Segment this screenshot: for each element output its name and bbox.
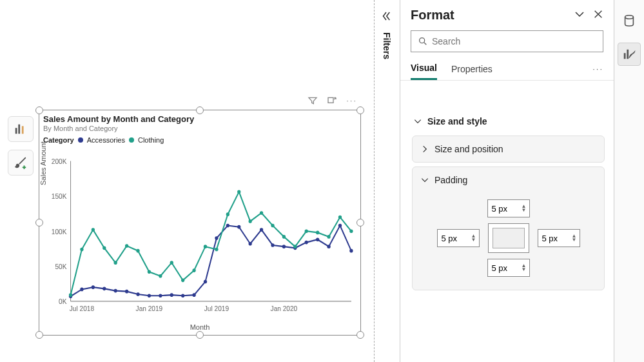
svg-point-65 bbox=[625, 15, 634, 19]
svg-point-40 bbox=[92, 228, 95, 232]
format-search[interactable] bbox=[411, 30, 603, 52]
svg-point-48 bbox=[181, 278, 184, 282]
svg-point-61 bbox=[327, 235, 330, 239]
report-canvas[interactable]: ··· Sales Amount by Month and Category B… bbox=[0, 0, 374, 362]
svg-point-46 bbox=[159, 274, 162, 278]
svg-point-45 bbox=[148, 270, 151, 274]
more-icon[interactable]: ··· bbox=[346, 96, 357, 108]
x-axis-label: Month bbox=[43, 323, 356, 331]
search-icon bbox=[418, 36, 428, 46]
filters-label: Filters bbox=[382, 32, 392, 59]
svg-point-64 bbox=[420, 38, 425, 43]
svg-point-24 bbox=[204, 280, 207, 284]
svg-point-18 bbox=[136, 292, 139, 296]
svg-point-25 bbox=[215, 236, 218, 240]
svg-text:200K: 200K bbox=[52, 157, 67, 165]
stepper-arrows-icon[interactable]: ▲▼ bbox=[471, 234, 476, 242]
chevron-down-icon bbox=[413, 117, 422, 126]
padding-preview-icon bbox=[488, 223, 529, 253]
chart-title: Sales Amount by Month and Category bbox=[43, 114, 356, 124]
svg-point-20 bbox=[159, 294, 162, 297]
svg-point-19 bbox=[148, 294, 151, 297]
svg-point-50 bbox=[204, 245, 207, 248]
svg-point-51 bbox=[215, 248, 218, 252]
svg-point-47 bbox=[170, 261, 173, 265]
svg-point-38 bbox=[69, 293, 72, 297]
resize-handle-s[interactable] bbox=[196, 331, 204, 339]
formatting-tool-chart[interactable] bbox=[8, 116, 34, 142]
svg-point-35 bbox=[327, 245, 330, 248]
svg-point-26 bbox=[226, 224, 229, 228]
svg-point-31 bbox=[282, 245, 286, 248]
svg-point-34 bbox=[316, 237, 319, 241]
padding-left-input[interactable]: ▲▼ bbox=[437, 229, 480, 247]
svg-point-28 bbox=[249, 242, 252, 246]
filters-pane-collapsed[interactable]: Filters bbox=[375, 0, 400, 362]
svg-point-29 bbox=[260, 228, 263, 232]
padding-top-input[interactable]: ▲▼ bbox=[487, 199, 530, 217]
svg-text:Jan 2019: Jan 2019 bbox=[136, 305, 163, 312]
card-padding[interactable]: Padding bbox=[413, 167, 604, 193]
svg-point-21 bbox=[170, 293, 173, 297]
tabs-more-icon[interactable]: ··· bbox=[592, 64, 603, 74]
svg-point-53 bbox=[237, 190, 240, 194]
resize-handle-se[interactable] bbox=[356, 331, 364, 339]
bar-chart-icon bbox=[14, 122, 28, 136]
filter-icon[interactable] bbox=[307, 96, 318, 108]
legend-item-1: Clothing bbox=[138, 136, 164, 144]
svg-point-37 bbox=[349, 249, 353, 253]
chart-plot-area: 0K50K100K150K200KJul 2018Jan 2019Jul 201… bbox=[43, 157, 356, 318]
svg-point-63 bbox=[349, 229, 353, 233]
svg-text:Jan 2020: Jan 2020 bbox=[271, 305, 298, 312]
tab-properties[interactable]: Properties bbox=[451, 57, 493, 80]
resize-handle-sw[interactable] bbox=[35, 331, 43, 339]
svg-point-60 bbox=[316, 231, 319, 235]
svg-point-30 bbox=[271, 243, 274, 247]
focus-icon[interactable] bbox=[327, 96, 337, 108]
svg-text:Jul 2018: Jul 2018 bbox=[70, 305, 94, 312]
search-input[interactable] bbox=[432, 36, 596, 46]
section-size-and-style[interactable]: Size and style bbox=[409, 111, 607, 132]
resize-handle-w[interactable] bbox=[35, 219, 43, 226]
chevron-right-icon bbox=[420, 145, 429, 154]
format-pane-title: Format bbox=[411, 8, 566, 23]
svg-point-16 bbox=[114, 289, 117, 293]
svg-point-55 bbox=[260, 211, 263, 215]
svg-point-54 bbox=[249, 219, 252, 223]
format-pane-icon[interactable] bbox=[618, 43, 641, 66]
tab-visual[interactable]: Visual bbox=[411, 57, 437, 80]
svg-point-13 bbox=[80, 288, 83, 292]
padding-right-input[interactable]: ▲▼ bbox=[538, 229, 580, 247]
svg-point-57 bbox=[282, 235, 286, 239]
legend-item-0: Accessories bbox=[87, 136, 125, 144]
svg-point-14 bbox=[92, 285, 95, 289]
resize-handle-e[interactable] bbox=[356, 219, 364, 226]
chart-visual[interactable]: ··· Sales Amount by Month and Category B… bbox=[39, 110, 361, 336]
stepper-arrows-icon[interactable]: ▲▼ bbox=[572, 234, 577, 242]
svg-point-43 bbox=[125, 244, 128, 248]
svg-point-15 bbox=[102, 287, 106, 291]
svg-point-59 bbox=[305, 229, 308, 233]
svg-text:0K: 0K bbox=[59, 297, 66, 305]
svg-point-33 bbox=[305, 241, 308, 245]
svg-point-44 bbox=[136, 249, 139, 253]
chevron-down-icon[interactable] bbox=[574, 8, 585, 22]
svg-point-17 bbox=[125, 290, 128, 294]
padding-bottom-input[interactable]: ▲▼ bbox=[487, 259, 530, 277]
close-icon[interactable] bbox=[593, 9, 603, 21]
card-size-and-position[interactable]: Size and position bbox=[413, 136, 604, 162]
chevron-down-icon bbox=[420, 176, 429, 185]
format-pane: Format Visual Properties ··· Size and st… bbox=[400, 0, 614, 362]
svg-rect-0 bbox=[328, 97, 333, 103]
data-pane-icon[interactable] bbox=[618, 9, 641, 32]
resize-handle-n[interactable] bbox=[196, 106, 204, 114]
resize-handle-nw[interactable] bbox=[35, 106, 43, 114]
stepper-arrows-icon[interactable]: ▲▼ bbox=[522, 205, 527, 212]
svg-text:50K: 50K bbox=[55, 263, 66, 270]
right-icon-rail bbox=[614, 0, 644, 362]
resize-handle-ne[interactable] bbox=[356, 106, 364, 114]
stepper-arrows-icon[interactable]: ▲▼ bbox=[522, 264, 527, 272]
chevron-left-double-icon[interactable] bbox=[380, 10, 392, 24]
formatting-tool-brush[interactable] bbox=[8, 150, 34, 176]
svg-point-41 bbox=[102, 246, 106, 250]
